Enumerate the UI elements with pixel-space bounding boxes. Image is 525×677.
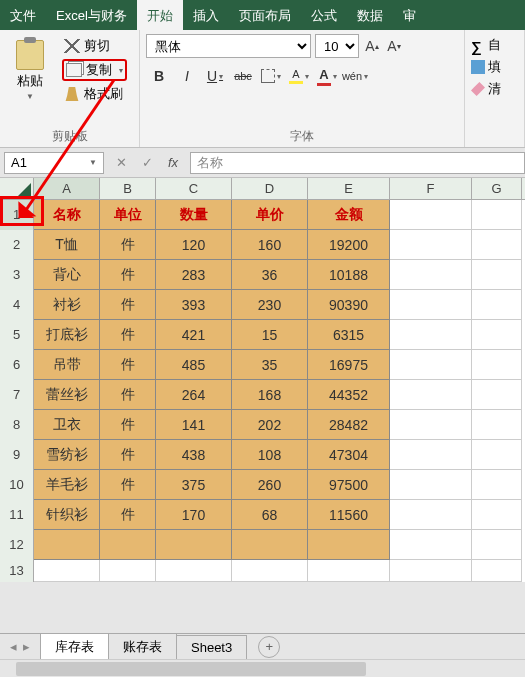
italic-button[interactable]: I [174, 64, 200, 88]
cell[interactable]: 170 [156, 500, 232, 530]
new-sheet-button[interactable]: + [258, 636, 280, 658]
cell[interactable]: 针织衫 [34, 500, 100, 530]
cell[interactable]: 衬衫 [34, 290, 100, 320]
cell[interactable] [390, 230, 472, 260]
phonetic-button[interactable]: wén▾ [342, 64, 368, 88]
cell[interactable] [390, 440, 472, 470]
cell[interactable] [390, 290, 472, 320]
cell[interactable]: 件 [100, 320, 156, 350]
format-painter-button[interactable]: 格式刷 [62, 84, 127, 104]
cell[interactable]: 421 [156, 320, 232, 350]
row-header[interactable]: 1 [0, 200, 34, 230]
cell[interactable]: 件 [100, 350, 156, 380]
cell[interactable]: 393 [156, 290, 232, 320]
horizontal-scrollbar[interactable] [0, 659, 525, 677]
cell[interactable] [472, 530, 522, 560]
row-header[interactable]: 12 [0, 530, 34, 560]
col-header-b[interactable]: B [100, 178, 156, 199]
sheet-tab-accounts[interactable]: 账存表 [108, 633, 177, 660]
font-name-select[interactable]: 黑体 [146, 34, 311, 58]
strikethrough-button[interactable]: abc [230, 64, 256, 88]
cell[interactable] [390, 320, 472, 350]
cell[interactable] [308, 560, 390, 582]
cell[interactable] [390, 530, 472, 560]
cell[interactable]: 168 [232, 380, 308, 410]
border-button[interactable]: ▾ [258, 64, 284, 88]
cell[interactable] [232, 530, 308, 560]
fx-button[interactable]: fx [164, 155, 182, 170]
fill-color-button[interactable]: A▾ [286, 64, 312, 88]
cell[interactable]: 卫衣 [34, 410, 100, 440]
cell[interactable] [472, 260, 522, 290]
paste-button[interactable]: 粘贴 ▼ [6, 34, 54, 104]
cell[interactable]: 120 [156, 230, 232, 260]
cell[interactable]: 141 [156, 410, 232, 440]
cell[interactable]: 吊带 [34, 350, 100, 380]
cell[interactable]: 44352 [308, 380, 390, 410]
menu-formula[interactable]: 公式 [301, 0, 347, 30]
cell[interactable] [390, 560, 472, 582]
cell[interactable]: 蕾丝衫 [34, 380, 100, 410]
row-header[interactable]: 5 [0, 320, 34, 350]
cell[interactable] [472, 200, 522, 230]
cell[interactable]: 6315 [308, 320, 390, 350]
cell[interactable] [472, 350, 522, 380]
row-header[interactable]: 7 [0, 380, 34, 410]
col-header-g[interactable]: G [472, 178, 522, 199]
cell[interactable]: 件 [100, 470, 156, 500]
select-all-button[interactable] [0, 178, 34, 199]
cell[interactable] [156, 560, 232, 582]
cell[interactable]: 35 [232, 350, 308, 380]
name-box[interactable]: A1▼ [4, 152, 104, 174]
cell[interactable] [390, 200, 472, 230]
sheet-tab-sheet3[interactable]: Sheet3 [176, 635, 247, 659]
cell[interactable]: 485 [156, 350, 232, 380]
row-header[interactable]: 2 [0, 230, 34, 260]
cell[interactable] [472, 230, 522, 260]
copy-button[interactable]: 复制▾ [62, 59, 127, 81]
underline-button[interactable]: U▾ [202, 64, 228, 88]
cell[interactable] [472, 500, 522, 530]
cancel-formula-button[interactable]: ✕ [112, 155, 130, 170]
cell[interactable]: 36 [232, 260, 308, 290]
row-header[interactable]: 11 [0, 500, 34, 530]
cell[interactable]: 件 [100, 440, 156, 470]
row-header[interactable]: 10 [0, 470, 34, 500]
cell[interactable]: T恤 [34, 230, 100, 260]
cell[interactable]: 68 [232, 500, 308, 530]
sheet-tab-inventory[interactable]: 库存表 [40, 633, 109, 661]
cell[interactable]: 背心 [34, 260, 100, 290]
menu-layout[interactable]: 页面布局 [229, 0, 301, 30]
clear-button[interactable]: 清 [471, 78, 518, 100]
menu-home[interactable]: 开始 [137, 0, 183, 30]
increase-font-button[interactable]: A▴ [363, 36, 381, 56]
cell[interactable]: 件 [100, 290, 156, 320]
font-color-button[interactable]: A▾ [314, 64, 340, 88]
menu-insert[interactable]: 插入 [183, 0, 229, 30]
cell[interactable]: 单位 [100, 200, 156, 230]
cell[interactable]: 雪纺衫 [34, 440, 100, 470]
cell[interactable] [156, 530, 232, 560]
col-header-c[interactable]: C [156, 178, 232, 199]
cell[interactable]: 件 [100, 500, 156, 530]
scrollbar-thumb[interactable] [16, 662, 366, 676]
cell[interactable]: 数量 [156, 200, 232, 230]
cell[interactable] [472, 470, 522, 500]
cell[interactable] [472, 320, 522, 350]
row-header[interactable]: 6 [0, 350, 34, 380]
cell[interactable]: 羊毛衫 [34, 470, 100, 500]
cell[interactable]: 260 [232, 470, 308, 500]
cell[interactable]: 108 [232, 440, 308, 470]
cell[interactable]: 202 [232, 410, 308, 440]
cell[interactable]: 件 [100, 230, 156, 260]
cell[interactable]: 438 [156, 440, 232, 470]
cell[interactable] [472, 380, 522, 410]
cell[interactable] [100, 560, 156, 582]
menu-file[interactable]: 文件 [0, 0, 46, 30]
fill-button[interactable]: 填 [471, 56, 518, 78]
cell[interactable]: 件 [100, 380, 156, 410]
cell[interactable] [390, 380, 472, 410]
row-header[interactable]: 4 [0, 290, 34, 320]
cell[interactable]: 230 [232, 290, 308, 320]
cell[interactable]: 件 [100, 410, 156, 440]
